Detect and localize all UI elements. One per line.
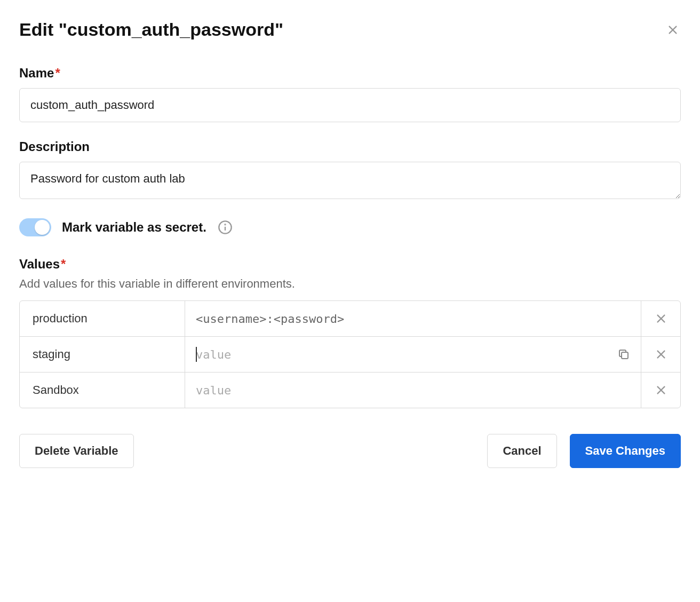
value-row: staging	[20, 337, 680, 373]
values-label-text: Values	[19, 257, 60, 271]
modal-title: Edit "custom_auth_password"	[19, 19, 283, 40]
toggle-knob	[35, 220, 50, 235]
secret-toggle-label: Mark variable as secret.	[62, 220, 206, 235]
close-icon	[667, 24, 679, 36]
values-section: Values* Add values for this variable in …	[19, 257, 681, 408]
delete-row-button[interactable]	[641, 337, 680, 372]
name-label: Name*	[19, 66, 681, 81]
value-cell	[185, 301, 641, 336]
description-input[interactable]	[19, 162, 681, 199]
delete-row-button[interactable]	[641, 301, 680, 336]
value-input-sandbox[interactable]	[196, 373, 630, 408]
description-field-group: Description	[19, 139, 681, 201]
save-changes-button[interactable]: Save Changes	[570, 434, 681, 468]
value-input-staging[interactable]	[196, 337, 613, 372]
description-label: Description	[19, 139, 681, 154]
footer-right: Cancel Save Changes	[487, 434, 681, 468]
modal-footer: Delete Variable Cancel Save Changes	[19, 434, 681, 468]
cancel-button[interactable]: Cancel	[487, 434, 556, 468]
value-cell	[185, 337, 641, 372]
value-input-production[interactable]	[196, 302, 630, 336]
values-hint: Add values for this variable in differen…	[19, 277, 681, 291]
env-cell: production	[20, 301, 185, 336]
name-field-group: Name*	[19, 66, 681, 122]
values-label: Values*	[19, 257, 681, 272]
required-indicator: *	[61, 257, 66, 271]
svg-point-4	[225, 224, 225, 225]
value-row: production	[20, 301, 680, 337]
edit-variable-modal: Edit "custom_auth_password" Name* Descri…	[19, 19, 681, 468]
close-icon	[655, 348, 667, 360]
modal-header: Edit "custom_auth_password"	[19, 19, 681, 40]
close-icon	[655, 313, 667, 324]
info-icon[interactable]	[217, 219, 233, 235]
text-cursor	[196, 347, 197, 362]
required-indicator: *	[55, 66, 60, 80]
name-input[interactable]	[19, 88, 681, 122]
values-table: production staging	[19, 300, 681, 408]
value-row: Sandbox	[20, 373, 680, 408]
close-button[interactable]	[665, 22, 681, 38]
env-cell: staging	[20, 337, 185, 372]
copy-icon[interactable]	[617, 348, 630, 361]
value-cell	[185, 373, 641, 408]
close-icon	[655, 384, 667, 396]
delete-variable-button[interactable]: Delete Variable	[19, 434, 134, 468]
name-label-text: Name	[19, 66, 54, 80]
svg-rect-7	[622, 352, 628, 359]
delete-row-button[interactable]	[641, 373, 680, 408]
env-cell: Sandbox	[20, 373, 185, 408]
secret-toggle-row: Mark variable as secret.	[19, 218, 681, 236]
secret-toggle[interactable]	[19, 218, 51, 236]
